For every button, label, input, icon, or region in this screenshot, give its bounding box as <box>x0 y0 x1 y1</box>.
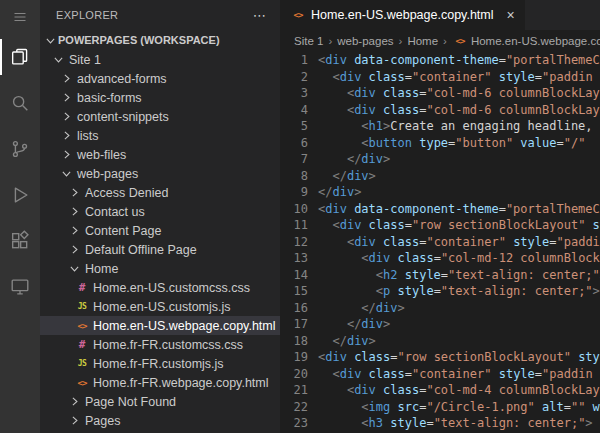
html-file-icon: <> <box>74 321 90 331</box>
tree-folder-web-pages[interactable]: web-pages <box>40 164 280 183</box>
line-number: 18 <box>280 333 308 350</box>
code-line-5[interactable]: 5 <h1>Create an engaging headline, <box>280 118 600 135</box>
code-line-10[interactable]: 10<div data-component-theme="portalTheme… <box>280 201 600 218</box>
line-number: 20 <box>280 366 308 383</box>
code-text: <div data-component-theme="portalThemeC <box>318 52 600 69</box>
code-text: <p style="text-align: center;">C <box>318 283 600 300</box>
code-text: <div class="row sectionBlockLayout" sty <box>318 349 600 366</box>
code-line-9[interactable]: 9</div> <box>280 184 600 201</box>
more-actions-button[interactable]: ⋯ <box>253 8 266 23</box>
close-icon[interactable]: × <box>507 7 515 23</box>
tree-file-home-en-us-customcss-css[interactable]: #Home.en-US.customcss.css <box>40 278 280 297</box>
code-text: <div class="col-md-6 columnBlockLay <box>318 102 600 119</box>
code-line-7[interactable]: 7 </div> <box>280 151 600 168</box>
code-line-4[interactable]: 4 <div class="col-md-6 columnBlockLay <box>280 102 600 119</box>
code-line-23[interactable]: 23 <h3 style="text-align: center;"> <box>280 415 600 432</box>
line-number: 9 <box>280 184 308 201</box>
code-line-15[interactable]: 15 <p style="text-align: center;">C <box>280 283 600 300</box>
code-line-11[interactable]: 11 <div class="row sectionBlockLayout" s… <box>280 217 600 234</box>
line-number: 16 <box>280 300 308 317</box>
tree-folder-home[interactable]: Home <box>40 259 280 278</box>
tree-folder-web-files[interactable]: web-files <box>40 145 280 164</box>
code-line-21[interactable]: 21 <div class="col-md-4 columnBlockLay <box>280 382 600 399</box>
tree-folder-default-offline-page[interactable]: Default Offline Page <box>40 240 280 259</box>
code-line-16[interactable]: 16 </div> <box>280 300 600 317</box>
tree-file-home-fr-fr-customcss-css[interactable]: #Home.fr-FR.customcss.css <box>40 335 280 354</box>
code-line-1[interactable]: 1<div data-component-theme="portalThemeC <box>280 52 600 69</box>
workspace-section-header[interactable]: POWERPAGES (WORKSPACE) <box>40 30 280 50</box>
tree-folder-advanced-forms[interactable]: advanced-forms <box>40 69 280 88</box>
code-text: <h1>Create an engaging headline, <box>318 118 593 135</box>
code-line-3[interactable]: 3 <div class="col-md-6 columnBlockLay <box>280 85 600 102</box>
code-text: <h3 style="text-align: center;"> <box>318 415 593 432</box>
code-editor[interactable]: 1<div data-component-theme="portalThemeC… <box>280 52 600 433</box>
code-text: <div class="container" style="paddi <box>318 234 600 251</box>
code-line-6[interactable]: 6 <button type="button" value="/" <box>280 135 600 152</box>
code-line-22[interactable]: 22 <img src="/Circle-1.png" alt="" wi <box>280 399 600 416</box>
tree-folder-access-denied[interactable]: Access Denied <box>40 183 280 202</box>
extensions-icon[interactable] <box>0 218 40 264</box>
line-number: 13 <box>280 250 308 267</box>
tree-folder-pages[interactable]: Pages <box>40 411 280 430</box>
tree-file-home-fr-fr-webpage-copy-html[interactable]: <>Home.fr-FR.webpage.copy.html <box>40 373 280 392</box>
code-text: <div class="col-md-6 columnBlockLay <box>318 85 600 102</box>
tree-item-label: Home <box>85 262 118 276</box>
tree-item-label: basic-forms <box>77 91 142 105</box>
tree-item-label: lists <box>77 129 99 143</box>
breadcrumb-item-web-pages[interactable]: web-pages <box>337 35 393 47</box>
tree-file-home-en-us-customjs-js[interactable]: JSHome.en-US.customjs.js <box>40 297 280 316</box>
tree-file-home-fr-fr-customjs-js[interactable]: JSHome.fr-FR.customjs.js <box>40 354 280 373</box>
line-number: 5 <box>280 118 308 135</box>
tree-folder-content-page[interactable]: Content Page <box>40 221 280 240</box>
code-line-14[interactable]: 14 <h2 style="text-align: center;"> <box>280 267 600 284</box>
code-text: <h2 style="text-align: center;"> <box>318 267 600 284</box>
explorer-icon[interactable] <box>0 34 40 80</box>
source-control-icon[interactable] <box>0 126 40 172</box>
search-icon[interactable] <box>0 80 40 126</box>
chevron-right-icon <box>66 242 82 258</box>
line-number: 11 <box>280 217 308 234</box>
breadcrumb-label: Home <box>407 35 438 47</box>
code-text: </div> <box>318 333 376 350</box>
tree-folder-lists[interactable]: lists <box>40 126 280 145</box>
menu-icon[interactable] <box>0 0 40 34</box>
breadcrumb-separator: › <box>399 35 403 47</box>
breadcrumb-item-home-en-us-webpage-copy-html[interactable]: <>Home.en-US.webpage.copy.html <box>452 35 600 47</box>
line-number: 19 <box>280 349 308 366</box>
code-line-17[interactable]: 17 </div> <box>280 316 600 333</box>
tree-folder-content-snippets[interactable]: content-snippets <box>40 107 280 126</box>
code-line-18[interactable]: 18 </div> <box>280 333 600 350</box>
tree-folder-site-1[interactable]: Site 1 <box>40 50 280 69</box>
tree-folder-contact-us[interactable]: Contact us <box>40 202 280 221</box>
tree-item-label: Home.en-US.customcss.css <box>93 281 250 295</box>
code-line-12[interactable]: 12 <div class="container" style="paddi <box>280 234 600 251</box>
css-file-icon: # <box>74 281 90 294</box>
tab-label: Home.en-US.webpage.copy.html <box>311 8 494 22</box>
code-line-8[interactable]: 8 </div> <box>280 168 600 185</box>
breadcrumb-separator: › <box>443 35 447 47</box>
tree-item-label: Home.fr-FR.webpage.copy.html <box>93 376 269 390</box>
workspace-label: POWERPAGES (WORKSPACE) <box>58 34 220 46</box>
tab-bar: <> Home.en-US.webpage.copy.html × <box>280 0 600 30</box>
code-line-19[interactable]: 19<div class="row sectionBlockLayout" st… <box>280 349 600 366</box>
code-line-2[interactable]: 2 <div class="container" style="paddin <box>280 69 600 86</box>
code-text: <div class="col-md-12 columnBlockL <box>318 250 600 267</box>
code-text: </div> <box>318 300 405 317</box>
breadcrumb-item-home[interactable]: Home <box>407 35 438 47</box>
line-number: 8 <box>280 168 308 185</box>
power-platform-icon[interactable] <box>0 264 40 310</box>
line-number: 17 <box>280 316 308 333</box>
chevron-right-icon <box>58 71 74 87</box>
tree-folder-page-not-found[interactable]: Page Not Found <box>40 392 280 411</box>
run-debug-icon[interactable] <box>0 172 40 218</box>
tree-file-home-en-us-webpage-copy-html[interactable]: <>Home.en-US.webpage.copy.html <box>40 316 280 335</box>
html-file-icon: <> <box>74 378 90 388</box>
code-line-20[interactable]: 20 <div class="container" style="paddin <box>280 366 600 383</box>
chevron-down-icon <box>50 52 66 68</box>
code-text: </div> <box>318 316 390 333</box>
code-line-13[interactable]: 13 <div class="col-md-12 columnBlockL <box>280 250 600 267</box>
tab-home-en-us-webpage-copy-html[interactable]: <> Home.en-US.webpage.copy.html × <box>280 0 525 30</box>
breadcrumb-item-site-1[interactable]: Site 1 <box>294 35 323 47</box>
tree-folder-basic-forms[interactable]: basic-forms <box>40 88 280 107</box>
line-number: 15 <box>280 283 308 300</box>
